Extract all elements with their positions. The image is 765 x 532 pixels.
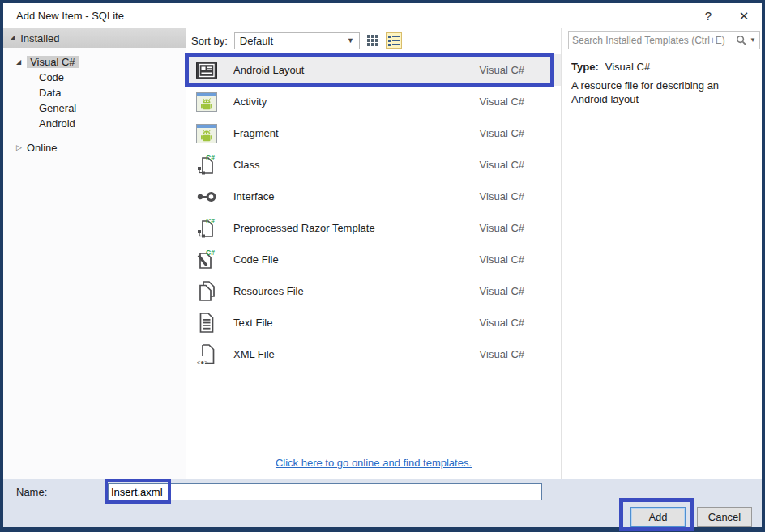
add-new-item-dialog: Add New Item - SQLite ? ✕ ◢ Installed ◢ … <box>0 0 765 532</box>
medium-icons-view-button[interactable] <box>365 32 381 49</box>
tree-node-general[interactable]: General <box>3 100 186 116</box>
category-panel: ◢ Installed ◢ Visual C# Code Data Genera… <box>3 28 186 479</box>
type-line: Type:Visual C# <box>571 61 650 73</box>
template-name: Android Layout <box>233 64 480 76</box>
sort-dropdown-value: Default <box>240 35 347 47</box>
text-file-icon <box>194 312 219 334</box>
list-view-icon <box>388 36 400 46</box>
title-bar: Add New Item - SQLite ? ✕ <box>3 3 762 28</box>
template-name: Class <box>233 159 480 171</box>
template-name: Fragment <box>233 127 480 139</box>
code-file-icon: C# <box>194 249 219 271</box>
template-list: Android Layout Visual C# Activity Visual… <box>186 54 561 370</box>
expanded-triangle-icon: ◢ <box>10 35 15 41</box>
search-box: ▼ <box>568 31 760 49</box>
tree-node-visual-csharp[interactable]: ◢ Visual C# <box>3 54 186 70</box>
template-row-razor-template[interactable]: C# Preprocessed Razor Template Visual C# <box>186 212 561 244</box>
template-row-text-file[interactable]: Text File Visual C# <box>186 307 561 338</box>
template-description: A resource file for describing an Androi… <box>571 79 756 106</box>
search-input[interactable] <box>572 35 736 46</box>
template-row-android-layout[interactable]: Android Layout Visual C# <box>186 54 561 86</box>
sort-by-label: Sort by: <box>191 35 228 47</box>
template-language: Visual C# <box>480 285 524 297</box>
tree-node-android[interactable]: Android <box>3 116 186 131</box>
add-button[interactable]: Add <box>630 507 686 527</box>
list-view-button[interactable] <box>386 32 402 49</box>
template-language: Visual C# <box>480 348 524 360</box>
close-button[interactable]: ✕ <box>726 9 762 23</box>
csharp-razor-icon: C# <box>194 217 219 240</box>
template-name: Preprocessed Razor Template <box>233 222 480 234</box>
csharp-class-icon: C# <box>194 154 219 177</box>
xml-file-icon: <●> <box>194 343 219 365</box>
type-value: Visual C# <box>605 61 650 73</box>
template-row-code-file[interactable]: C# Code File Visual C# <box>186 244 561 275</box>
template-language: Visual C# <box>480 127 524 139</box>
grid-view-icon <box>367 35 378 46</box>
category-tree: ◢ Visual C# Code Data General Android <box>3 54 186 131</box>
template-language: Visual C# <box>480 253 524 266</box>
go-online-link[interactable]: Click here to go online and find templat… <box>186 457 561 469</box>
template-name: Interface <box>233 190 480 202</box>
template-language: Visual C# <box>480 96 524 108</box>
name-label: Name: <box>16 486 47 498</box>
android-fragment-icon <box>194 124 219 143</box>
search-icon[interactable] <box>736 35 747 46</box>
online-label: Online <box>27 142 58 154</box>
expanded-triangle-icon: ◢ <box>16 59 21 66</box>
template-language: Visual C# <box>480 222 524 234</box>
visual-csharp-label: Visual C# <box>27 56 78 68</box>
tree-node-online[interactable]: ▷ Online <box>3 140 186 155</box>
template-row-fragment[interactable]: Fragment Visual C# <box>186 117 561 149</box>
tree-node-code[interactable]: Code <box>3 70 186 85</box>
dialog-title: Add New Item - SQLite <box>16 10 124 22</box>
installed-section-header[interactable]: ◢ Installed <box>3 28 186 48</box>
list-toolbar: Sort by: Default ▼ <box>186 28 561 53</box>
name-input[interactable] <box>108 483 542 500</box>
template-language: Visual C# <box>480 64 524 76</box>
svg-text:C#: C# <box>206 217 215 225</box>
details-panel: ▼ Type:Visual C# A resource file for des… <box>561 28 762 479</box>
tree-node-data[interactable]: Data <box>3 85 186 100</box>
dialog-footer: Name: Add Cancel <box>3 479 762 527</box>
template-row-interface[interactable]: Interface Visual C# <box>186 181 561 212</box>
android-layout-icon <box>194 62 219 79</box>
template-name: XML File <box>233 348 480 360</box>
template-name: Code File <box>233 253 480 266</box>
resources-file-icon <box>194 280 219 302</box>
template-row-class[interactable]: C# Class Visual C# <box>186 149 561 181</box>
template-language: Visual C# <box>480 159 524 171</box>
dialog-body: ◢ Installed ◢ Visual C# Code Data Genera… <box>3 28 762 479</box>
chevron-down-icon: ▼ <box>347 36 354 45</box>
android-activity-icon <box>194 92 219 112</box>
cancel-button[interactable]: Cancel <box>697 507 752 527</box>
template-language: Visual C# <box>480 317 524 329</box>
template-list-panel: Sort by: Default ▼ <box>186 28 561 479</box>
template-row-xml-file[interactable]: <●> XML File Visual C# <box>186 338 561 370</box>
interface-icon <box>194 191 219 202</box>
template-language: Visual C# <box>480 190 524 202</box>
template-name: Activity <box>233 96 480 108</box>
search-options-chevron-icon[interactable]: ▼ <box>750 36 756 44</box>
template-row-activity[interactable]: Activity Visual C# <box>186 86 561 117</box>
template-name: Text File <box>233 317 480 329</box>
type-label: Type: <box>571 61 599 73</box>
installed-label: Installed <box>20 32 59 45</box>
svg-text:<●>: <●> <box>197 359 208 366</box>
sort-dropdown[interactable]: Default ▼ <box>234 32 360 49</box>
svg-text:C#: C# <box>206 154 215 162</box>
template-name: Resources File <box>233 285 480 297</box>
svg-text:C#: C# <box>206 249 215 257</box>
template-row-resources-file[interactable]: Resources File Visual C# <box>186 275 561 307</box>
help-button[interactable]: ? <box>690 9 726 23</box>
collapsed-triangle-icon: ▷ <box>16 144 22 151</box>
